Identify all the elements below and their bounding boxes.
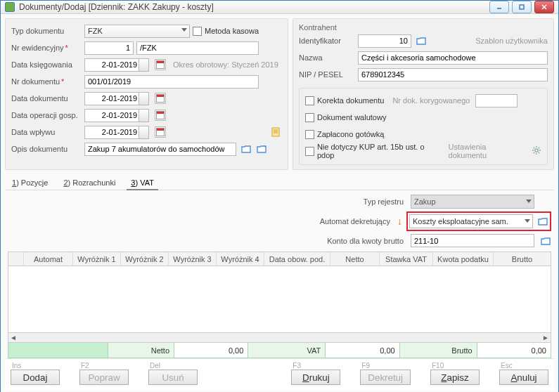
kup-checkbox[interactable] [305,147,314,156]
calendar-icon[interactable] [155,93,166,104]
nr-ewidencyjny-input[interactable] [84,41,134,55]
nr-ewidencyjny-suffix[interactable] [136,41,259,55]
col-wyroznik2[interactable]: Wyróżnik 2 [121,252,169,266]
col-netto[interactable]: Netto [330,252,380,266]
tab-vat[interactable]: 3) VAT [127,176,158,190]
date-spinner[interactable] [139,92,149,105]
drukuj-button[interactable]: Drukuj [291,370,340,385]
grid-scrollbar[interactable]: ◄► [8,332,551,342]
identyfikator-label: Identyfikator [299,37,355,45]
nr-koryg-input [475,94,518,107]
data-wplywu-label: Data wpływu [11,128,82,136]
anuluj-button[interactable]: Anuluj [499,370,548,385]
gotowka-checkbox[interactable] [305,130,314,139]
netto-total-label: Netto [108,343,174,358]
konto-label: Konto dla kwoty brutto [312,237,404,245]
data-dokumentu-input[interactable] [84,92,139,105]
kup-label: Nie dotyczy KUP art. 15b ust. o pdop [317,143,443,159]
data-wplywu-input[interactable] [84,126,139,139]
grid-body[interactable] [8,266,551,332]
folder-icon[interactable] [240,143,252,155]
nr-dokumentu-input[interactable] [84,75,259,89]
typ-rejestru-select[interactable]: Zakup [411,195,534,209]
korekta-checkbox[interactable] [305,96,314,105]
nip-input[interactable] [358,68,548,81]
vat-grid[interactable]: Automat Wyróżnik 1 Wyróżnik 2 Wyróżnik 3… [8,251,551,343]
ustawienia-link[interactable]: Ustawienia dokumentu [449,143,526,159]
metoda-kasowa-label: Metoda kasowa [205,27,259,35]
szablon-label[interactable]: Szablon użytkownika [475,37,548,45]
col-wyroznik4[interactable]: Wyróżnik 4 [217,252,264,266]
note-icon[interactable] [271,126,282,138]
korekta-label: Korekta dokumentu [317,96,384,105]
calendar-icon[interactable] [155,110,166,121]
date-spinner[interactable] [139,109,149,122]
typ-rejestru-label: Typ rejestru [312,197,404,206]
metoda-kasowa-checkbox[interactable] [193,27,202,36]
col-automat[interactable]: Automat [24,252,73,266]
folder-icon[interactable] [416,35,427,46]
col-data-obow[interactable]: Data obow. pod. [264,252,330,266]
grid-header: Automat Wyróżnik 1 Wyróżnik 2 Wyróżnik 3… [8,252,551,266]
tab-rozrachunki[interactable]: 2) Rozrachunki [59,176,120,190]
window: Dokumenty/Dodaj [Dziennik: ZAKK Zakupy -… [0,0,559,392]
opis-input[interactable] [84,143,236,156]
popraw-button: Popraw [79,370,129,385]
col-wyroznik3[interactable]: Wyróżnik 3 [169,252,217,266]
arrow-down-icon: ↓ [397,216,402,227]
folder-icon[interactable] [540,235,551,247]
folder-icon[interactable] [537,216,548,227]
netto-total-value: 0,00 [174,343,248,358]
vat-total-label: VAT [248,343,326,358]
kontrahent-legend: Kontrahent [299,23,548,32]
typ-dokumentu-label: Typ dokumentu [11,27,82,35]
scroll-right-icon: ► [542,334,549,341]
zapisz-button[interactable]: Zapisz [430,370,480,385]
col-wyroznik1[interactable]: Wyróżnik 1 [73,252,121,266]
nr-koryg-label: Nr dok. korygowanego [392,96,470,105]
brutto-total-value: 0,00 [477,343,551,358]
nr-dokumentu-label: Nr dokumentu* [11,77,82,86]
col-kwota[interactable]: Kwota podatku [433,252,494,266]
svg-rect-4 [272,128,279,136]
col-brutto[interactable]: Brutto [494,252,551,266]
identyfikator-input[interactable] [358,34,411,48]
automat-highlight: Koszty eksploatacyjne sam. [406,211,551,231]
hint-f9: F9 [360,362,370,370]
close-button[interactable] [534,1,554,13]
titlebar: Dokumenty/Dodaj [Dziennik: ZAKK Zakupy -… [1,1,558,14]
nazwa-input[interactable] [358,51,548,65]
date-spinner[interactable] [139,126,149,139]
minimize-button[interactable] [489,1,509,13]
data-ksiegowania-input[interactable] [84,58,139,72]
dekretuj-button: Dekretuj [360,370,411,385]
hint-f2: F2 [79,362,89,370]
walutowy-checkbox[interactable] [305,113,314,122]
date-spinner[interactable] [139,58,149,72]
dodaj-button[interactable]: Dodaj [11,370,60,385]
folder-copy-icon[interactable] [256,143,267,155]
nazwa-label: Nazwa [299,53,355,62]
nip-label: NIP / PESEL [299,70,355,79]
okres-obrotowy-label: Okres obrotowy: Styczeń 2019 [173,60,278,69]
maximize-button[interactable] [512,1,532,13]
automat-select[interactable]: Koszty eksploatacyjne sam. [409,214,533,228]
svg-rect-1 [520,5,524,9]
konto-input[interactable] [411,234,534,247]
hint-ins: Ins [11,362,21,370]
gear-icon[interactable] [532,145,541,157]
data-ksiegowania-label: Data księgowania [11,60,82,69]
window-title: Dokumenty/Dodaj [Dziennik: ZAKK Zakupy -… [19,2,489,12]
tab-pozycje[interactable]: 1) Pozycje [8,176,52,190]
svg-line-15 [539,148,539,148]
brutto-total-label: Brutto [400,343,477,358]
svg-line-14 [539,152,539,153]
calendar-icon[interactable] [155,126,166,138]
data-dokumentu-label: Data dokumentu [11,94,82,103]
totals-bar: Netto 0,00 VAT 0,00 Brutto 0,00 [8,343,551,358]
col-stawka[interactable]: Stawka VAT [380,252,433,266]
opis-label: Opis dokumentu [11,145,82,153]
data-operacji-input[interactable] [84,109,139,122]
calendar-icon[interactable] [155,59,166,70]
typ-dokumentu-select[interactable]: FZK [84,25,190,38]
